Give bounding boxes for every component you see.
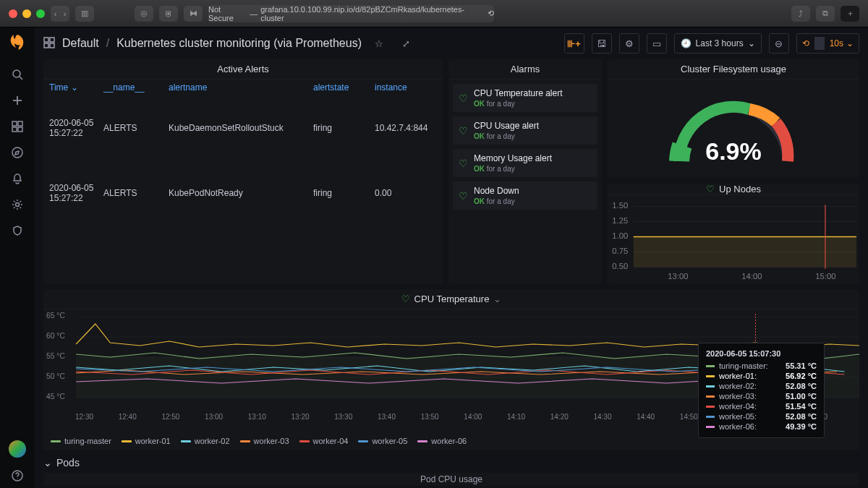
col-alertstate[interactable]: alertstate bbox=[313, 82, 375, 93]
legend-item[interactable]: worker-06 bbox=[417, 437, 467, 445]
gauge-chart: 6.9% bbox=[665, 89, 802, 168]
table-header: Time ⌄ __name__ alertname alertstate ins… bbox=[43, 80, 443, 95]
tabs-icon[interactable]: ⧉ bbox=[816, 6, 835, 22]
security-label: Not Secure bbox=[208, 5, 247, 22]
dashboards-grid-icon[interactable] bbox=[43, 37, 55, 51]
grafana-logo-icon[interactable] bbox=[7, 33, 27, 53]
minimize-window-icon[interactable] bbox=[22, 9, 31, 18]
heart-icon: ♡ bbox=[401, 294, 410, 304]
chevron-down-icon: ⌄ bbox=[43, 457, 52, 468]
svg-text:15:00: 15:00 bbox=[815, 272, 835, 281]
tooltip-row: worker-06:49.39 °C bbox=[706, 421, 817, 432]
explore-icon[interactable] bbox=[5, 140, 30, 165]
panel-alarms: Alarms ♡CPU Temperature alertOK for a da… bbox=[448, 59, 602, 283]
up-nodes-chart[interactable]: 1.501.251.000.750.50 13:0014:0015:00 bbox=[610, 198, 856, 282]
table-row[interactable]: 2020-06-05 15:27:22ALERTSKubePodNotReady… bbox=[43, 160, 443, 226]
legend-item[interactable]: worker-05 bbox=[358, 437, 407, 445]
panel-pod-cpu-usage[interactable]: Pod CPU usage bbox=[43, 473, 859, 486]
share-icon[interactable]: ⤴ bbox=[791, 6, 810, 22]
chevron-down-icon: ⌄ bbox=[493, 294, 501, 304]
new-tab-icon[interactable]: ＋ bbox=[841, 6, 859, 22]
alarm-item[interactable]: ♡CPU Usage alertOK for a day bbox=[453, 116, 597, 145]
app-sidebar bbox=[0, 27, 35, 488]
chevron-down-icon: ⌄ bbox=[748, 38, 755, 48]
star-icon[interactable]: ☆ bbox=[369, 33, 389, 53]
svg-text:55 °C: 55 °C bbox=[46, 352, 65, 360]
svg-text:60 °C: 60 °C bbox=[46, 332, 65, 340]
section-toggle-pods[interactable]: ⌄Pods bbox=[43, 457, 859, 468]
dashboards-icon[interactable] bbox=[5, 114, 30, 139]
alerting-icon[interactable] bbox=[5, 166, 30, 191]
rss-icon[interactable]: ⧓ bbox=[184, 6, 203, 22]
user-avatar[interactable] bbox=[9, 440, 26, 458]
alarm-item[interactable]: ♡Node DownOK for a day bbox=[453, 181, 597, 210]
legend-item[interactable]: worker-04 bbox=[299, 437, 349, 445]
svg-text:65 °C: 65 °C bbox=[46, 312, 65, 320]
legend-item[interactable]: turing-master bbox=[51, 437, 111, 445]
traffic-lights bbox=[9, 9, 45, 18]
col-alertname[interactable]: alertname bbox=[169, 82, 313, 93]
browser-chrome: ‹› ▥ ◎ ⛨ ⧓ Not Secure — grafana.10.0.100… bbox=[0, 0, 868, 27]
breadcrumb-workspace[interactable]: Default bbox=[62, 37, 99, 50]
panel-cpu-temperature: ♡CPU Temperature⌄ 65 °C60 °C55 °C50 °C45… bbox=[43, 289, 859, 450]
add-panel-button[interactable]: ⊪+ bbox=[564, 33, 584, 53]
table-row[interactable]: 2020-06-05 15:27:22ALERTSKubeDaemonSetRo… bbox=[43, 95, 443, 160]
col-name[interactable]: __name__ bbox=[103, 82, 169, 93]
share-dashboard-icon[interactable]: ⤢ bbox=[396, 33, 417, 53]
svg-rect-6 bbox=[12, 127, 17, 132]
svg-rect-11 bbox=[44, 38, 48, 42]
alarm-item[interactable]: ♡Memory Usage alertOK for a day bbox=[453, 149, 597, 177]
heart-icon: ♡ bbox=[459, 190, 468, 202]
legend-item[interactable]: worker-01 bbox=[122, 437, 171, 445]
alarm-item[interactable]: ♡CPU Temperature alertOK for a day bbox=[453, 84, 597, 112]
svg-rect-25 bbox=[634, 237, 856, 267]
legend-item[interactable]: worker-03 bbox=[240, 437, 289, 445]
close-window-icon[interactable] bbox=[9, 9, 17, 18]
svg-text:0.50: 0.50 bbox=[612, 262, 628, 270]
nav-back-forward[interactable]: ‹› bbox=[51, 6, 69, 22]
dashboard-settings-icon[interactable]: ⚙ bbox=[619, 33, 639, 53]
server-admin-icon[interactable] bbox=[5, 218, 30, 243]
shield-icon[interactable]: ◎ bbox=[135, 6, 153, 22]
panel-title[interactable]: ♡CPU Temperature⌄ bbox=[43, 289, 859, 309]
panel-title[interactable]: Active Alerts bbox=[43, 59, 443, 80]
tooltip-row: worker-04:51.54 °C bbox=[706, 401, 817, 411]
refresh-picker[interactable]: ⟲ 10s ⌄ bbox=[796, 33, 859, 53]
search-icon[interactable] bbox=[5, 62, 30, 87]
panel-title[interactable]: Alarms bbox=[448, 59, 602, 80]
svg-line-1 bbox=[20, 77, 22, 80]
tooltip-row: worker-02:52.08 °C bbox=[706, 381, 817, 391]
sort-icon: ⌄ bbox=[71, 82, 78, 93]
refresh-icon: ⟲ bbox=[802, 38, 809, 48]
svg-text:13:00: 13:00 bbox=[668, 272, 688, 281]
col-time[interactable]: Time ⌄ bbox=[49, 82, 103, 93]
save-dashboard-icon[interactable]: 🖫 bbox=[592, 33, 612, 53]
svg-text:14:00: 14:00 bbox=[741, 272, 762, 281]
address-bar[interactable]: Not Secure — grafana.10.0.100.99.nip.io/… bbox=[208, 5, 494, 22]
privacy-shield-icon[interactable]: ⛨ bbox=[159, 6, 178, 22]
svg-text:1.25: 1.25 bbox=[612, 216, 628, 225]
zoom-out-icon[interactable]: ⊖ bbox=[769, 33, 789, 53]
svg-text:1.50: 1.50 bbox=[612, 201, 628, 210]
svg-text:1.00: 1.00 bbox=[612, 231, 628, 240]
reload-icon[interactable]: ⟲ bbox=[488, 9, 494, 18]
time-range-picker[interactable]: 🕘 Last 3 hours ⌄ bbox=[674, 33, 762, 53]
svg-rect-4 bbox=[12, 121, 17, 126]
tooltip-row: worker-03:51.00 °C bbox=[706, 391, 817, 401]
sidebar-toggle-icon[interactable]: ▥ bbox=[75, 6, 94, 22]
help-icon[interactable] bbox=[5, 463, 30, 488]
legend-item[interactable]: worker-02 bbox=[181, 437, 230, 445]
svg-rect-14 bbox=[50, 43, 54, 48]
maximize-window-icon[interactable] bbox=[36, 9, 45, 18]
panel-up-nodes: ♡Up Nodes 1.501.251.000.750.50 bbox=[608, 184, 859, 283]
breadcrumb-dashboard[interactable]: Kubernetes cluster monitoring (via Prome… bbox=[116, 37, 362, 50]
panel-title[interactable]: Cluster Filesystem usage bbox=[608, 59, 859, 80]
col-instance[interactable]: instance bbox=[375, 82, 437, 93]
configuration-icon[interactable] bbox=[5, 192, 30, 217]
panel-title[interactable]: ♡Up Nodes bbox=[608, 184, 859, 195]
svg-text:0.75: 0.75 bbox=[612, 247, 628, 255]
svg-text:50 °C: 50 °C bbox=[46, 372, 65, 380]
create-icon[interactable] bbox=[5, 88, 30, 113]
cycle-view-icon[interactable]: ▭ bbox=[647, 33, 667, 53]
svg-rect-7 bbox=[18, 127, 22, 132]
